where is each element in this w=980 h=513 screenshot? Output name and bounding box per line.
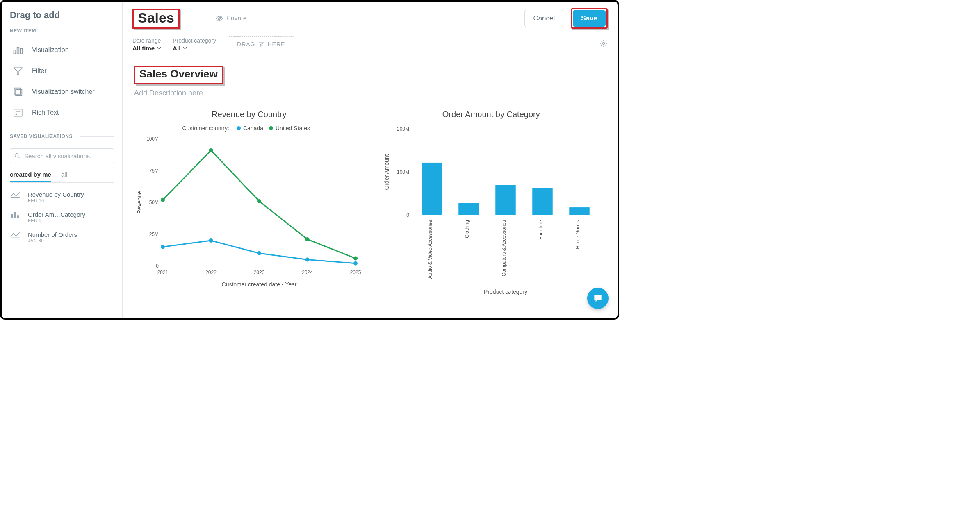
dashboard-title[interactable]: Sales: [138, 10, 174, 26]
svg-text:2021: 2021: [157, 270, 169, 275]
svg-text:Clothing: Clothing: [464, 220, 470, 238]
stack-icon: [11, 86, 25, 98]
svg-rect-12: [11, 214, 12, 218]
saved-item-date: FEB 16: [28, 198, 84, 203]
funnel-icon: [11, 66, 25, 76]
svg-rect-47: [532, 188, 553, 215]
funnel-icon: [258, 41, 264, 47]
item-label: Filter: [32, 67, 47, 75]
svg-point-35: [209, 148, 213, 152]
svg-text:2022: 2022: [205, 270, 217, 275]
privacy-toggle[interactable]: Private: [216, 15, 247, 22]
bar-chart-svg: 0100M200MAudio & Video AccessoriesClothi…: [381, 125, 602, 297]
chart-title: Order Amount by Category: [376, 110, 606, 119]
tab-created-by-me[interactable]: created by me: [10, 168, 51, 182]
svg-point-18: [603, 43, 605, 45]
item-label: Rich Text: [32, 109, 59, 116]
saved-item-name: Revenue by Country: [28, 191, 84, 198]
line-chart-icon: [10, 231, 22, 241]
svg-rect-0: [14, 50, 16, 54]
svg-text:Furniture: Furniture: [538, 220, 544, 240]
chevron-down-icon: [183, 46, 187, 50]
new-item-visualization[interactable]: Visualization: [10, 39, 114, 61]
chevron-down-icon: [157, 46, 161, 50]
gear-icon: [599, 39, 608, 48]
section-title[interactable]: Sales Overview: [139, 68, 218, 80]
svg-rect-48: [569, 207, 590, 215]
svg-text:75M: 75M: [149, 168, 159, 174]
svg-point-38: [353, 256, 358, 260]
svg-rect-1: [17, 47, 19, 54]
new-item-label: NEW ITEM: [10, 28, 114, 34]
chart-revenue-by-country[interactable]: Revenue by Country Customer country: Can…: [134, 110, 364, 297]
chart-legend: Customer country: CanadaUnited States: [134, 125, 364, 132]
filter-product-category[interactable]: Product category All: [173, 37, 216, 52]
svg-point-36: [257, 199, 261, 203]
saved-viz-item[interactable]: Number of Orders JAN 30: [10, 227, 114, 247]
svg-text:0: 0: [156, 263, 159, 269]
saved-viz-item[interactable]: Order Am…Category FEB 5: [10, 207, 114, 227]
svg-rect-14: [17, 216, 18, 218]
svg-point-9: [15, 154, 18, 157]
svg-rect-13: [14, 213, 16, 218]
section-description[interactable]: Add Description here...: [134, 89, 606, 98]
svg-rect-46: [495, 185, 516, 216]
svg-rect-4: [14, 88, 21, 94]
svg-point-32: [305, 258, 310, 262]
tab-all[interactable]: all: [61, 168, 67, 182]
svg-point-31: [257, 251, 261, 255]
save-button[interactable]: Save: [573, 10, 606, 27]
new-item-filter[interactable]: Filter: [10, 61, 114, 81]
saved-item-name: Number of Orders: [28, 231, 77, 238]
search-icon: [14, 152, 21, 159]
chart-order-amount-by-category[interactable]: Order Amount by Category 0100M200MAudio …: [376, 110, 606, 297]
filter-bar: Date range All time Product category All…: [123, 34, 618, 58]
section-title-highlight: Sales Overview: [134, 66, 223, 84]
header: Sales Private Cancel Save: [123, 2, 618, 34]
svg-point-8: [16, 114, 17, 115]
svg-text:200M: 200M: [397, 126, 409, 132]
dashboard-title-highlight: Sales: [132, 9, 180, 29]
svg-text:100M: 100M: [146, 136, 159, 142]
eye-off-icon: [216, 15, 223, 22]
svg-text:Order Amount: Order Amount: [383, 154, 390, 190]
saved-item-date: JAN 30: [28, 238, 77, 243]
dashboard-content: Sales Overview Add Description here... R…: [123, 58, 618, 318]
filter-date-range[interactable]: Date range All time: [132, 37, 161, 52]
settings-button[interactable]: [599, 39, 608, 49]
new-item-switcher[interactable]: Visualization switcher: [10, 81, 114, 102]
search-input[interactable]: [10, 148, 114, 163]
saved-item-date: FEB 5: [28, 218, 85, 223]
cancel-button[interactable]: Cancel: [524, 10, 563, 27]
svg-rect-5: [14, 109, 22, 116]
main: Sales Private Cancel Save Date range All…: [123, 2, 618, 318]
saved-tabs: created by me all: [10, 168, 114, 183]
svg-point-29: [161, 245, 165, 249]
svg-point-37: [305, 237, 310, 241]
saved-item-name: Order Am…Category: [28, 211, 85, 218]
new-item-richtext[interactable]: Rich Text: [10, 102, 114, 123]
sidebar: Drag to add NEW ITEM Visualization Filte…: [2, 2, 123, 318]
svg-point-33: [353, 261, 358, 266]
item-label: Visualization: [32, 46, 69, 54]
svg-text:Audio & Video Accessories: Audio & Video Accessories: [427, 220, 433, 279]
svg-text:2023: 2023: [254, 270, 265, 275]
saved-viz-label: SAVED VISUALIZATIONS: [10, 134, 114, 139]
svg-text:50M: 50M: [149, 200, 159, 205]
svg-point-34: [161, 198, 165, 202]
svg-text:0: 0: [406, 212, 409, 218]
svg-rect-45: [458, 203, 479, 215]
svg-point-30: [209, 238, 213, 243]
svg-text:Revenue: Revenue: [136, 191, 143, 214]
chart-title: Revenue by Country: [134, 110, 364, 119]
svg-text:Customer created date - Year: Customer created date - Year: [222, 281, 297, 288]
chat-button[interactable]: [587, 288, 609, 309]
svg-text:25M: 25M: [149, 232, 159, 237]
chat-icon: [593, 293, 603, 304]
line-chart-icon: [10, 191, 22, 201]
svg-text:Product category: Product category: [484, 288, 527, 295]
svg-rect-3: [16, 89, 22, 95]
filter-drop-zone[interactable]: DRAG HERE: [228, 36, 294, 52]
saved-viz-item[interactable]: Revenue by Country FEB 16: [10, 187, 114, 207]
richtext-icon: [11, 107, 25, 118]
